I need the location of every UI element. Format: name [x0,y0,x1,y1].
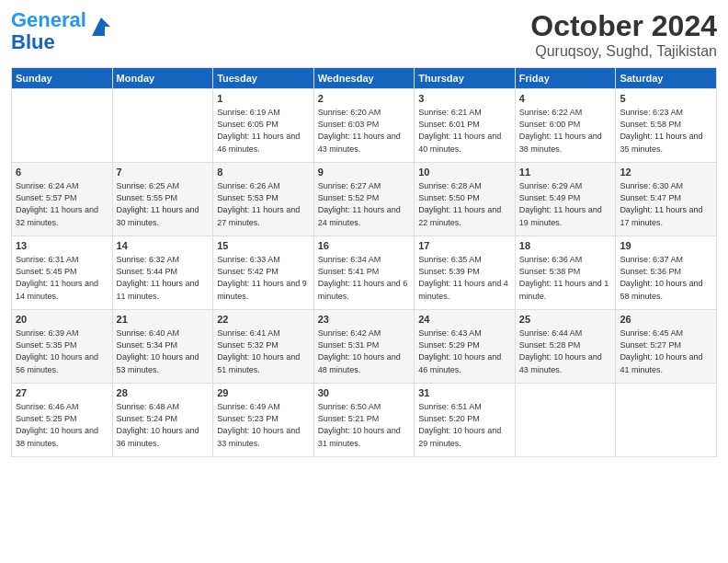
day-number: 21 [117,313,210,327]
day-info: Sunrise: 6:27 AM Sunset: 5:52 PM Dayligh… [318,180,411,228]
week-row-2: 6Sunrise: 6:24 AM Sunset: 5:57 PM Daylig… [12,163,717,236]
header: General Blue October 2024 Quruqsoy, Sugh… [11,9,717,60]
day-number: 8 [217,166,310,179]
calendar-cell: 21Sunrise: 6:40 AM Sunset: 5:34 PM Dayli… [112,310,213,384]
calendar-cell: 8Sunrise: 6:26 AM Sunset: 5:53 PM Daylig… [213,163,314,236]
calendar-cell: 3Sunrise: 6:21 AM Sunset: 6:01 PM Daylig… [415,89,516,163]
calendar-cell: 15Sunrise: 6:33 AM Sunset: 5:42 PM Dayli… [213,236,314,310]
day-header-friday: Friday [515,68,616,89]
day-number: 18 [519,239,612,253]
day-info: Sunrise: 6:24 AM Sunset: 5:57 PM Dayligh… [16,180,108,228]
day-number: 13 [16,239,108,253]
day-header-wednesday: Wednesday [313,68,415,89]
day-number: 22 [217,313,310,327]
day-info: Sunrise: 6:34 AM Sunset: 5:41 PM Dayligh… [318,254,411,302]
day-info: Sunrise: 6:31 AM Sunset: 5:45 PM Dayligh… [16,254,108,302]
day-number: 17 [418,239,511,253]
week-row-4: 20Sunrise: 6:39 AM Sunset: 5:35 PM Dayli… [12,310,717,384]
day-info: Sunrise: 6:26 AM Sunset: 5:53 PM Dayligh… [217,180,310,228]
week-row-1: 1Sunrise: 6:19 AM Sunset: 6:05 PM Daylig… [12,89,717,163]
day-header-monday: Monday [112,68,213,89]
location: Quruqsoy, Sughd, Tajikistan [530,43,717,60]
calendar-cell: 7Sunrise: 6:25 AM Sunset: 5:55 PM Daylig… [112,163,213,236]
day-info: Sunrise: 6:45 AM Sunset: 5:27 PM Dayligh… [620,327,712,375]
day-number: 9 [318,166,411,179]
calendar-cell: 26Sunrise: 6:45 AM Sunset: 5:27 PM Dayli… [616,310,717,384]
calendar-cell: 22Sunrise: 6:41 AM Sunset: 5:32 PM Dayli… [213,310,314,384]
calendar-cell: 27Sunrise: 6:46 AM Sunset: 5:25 PM Dayli… [12,384,113,457]
calendar-cell: 17Sunrise: 6:35 AM Sunset: 5:39 PM Dayli… [415,236,516,310]
day-info: Sunrise: 6:32 AM Sunset: 5:44 PM Dayligh… [117,254,210,302]
day-info: Sunrise: 6:42 AM Sunset: 5:31 PM Dayligh… [318,327,411,375]
day-number: 2 [318,92,411,106]
calendar-cell: 18Sunrise: 6:36 AM Sunset: 5:38 PM Dayli… [515,236,616,310]
calendar-cell: 4Sunrise: 6:22 AM Sunset: 6:00 PM Daylig… [515,89,616,163]
calendar-cell: 31Sunrise: 6:51 AM Sunset: 5:20 PM Dayli… [415,384,516,457]
day-number: 20 [16,313,108,327]
calendar-cell: 19Sunrise: 6:37 AM Sunset: 5:36 PM Dayli… [616,236,717,310]
day-number: 4 [519,92,612,106]
day-number: 25 [519,313,612,327]
day-number: 24 [418,313,511,327]
day-header-saturday: Saturday [616,68,717,89]
day-info: Sunrise: 6:49 AM Sunset: 5:23 PM Dayligh… [217,401,310,449]
calendar-cell: 20Sunrise: 6:39 AM Sunset: 5:35 PM Dayli… [12,310,113,384]
week-row-5: 27Sunrise: 6:46 AM Sunset: 5:25 PM Dayli… [12,384,717,457]
day-number: 31 [418,386,511,400]
day-info: Sunrise: 6:40 AM Sunset: 5:34 PM Dayligh… [117,327,210,375]
header-row: SundayMondayTuesdayWednesdayThursdayFrid… [12,68,717,89]
calendar-cell: 23Sunrise: 6:42 AM Sunset: 5:31 PM Dayli… [313,310,415,384]
calendar-cell: 13Sunrise: 6:31 AM Sunset: 5:45 PM Dayli… [12,236,113,310]
day-header-thursday: Thursday [415,68,516,89]
calendar-cell: 6Sunrise: 6:24 AM Sunset: 5:57 PM Daylig… [12,163,113,236]
calendar-cell [515,384,616,457]
day-info: Sunrise: 6:39 AM Sunset: 5:35 PM Dayligh… [16,327,108,375]
calendar-cell: 25Sunrise: 6:44 AM Sunset: 5:28 PM Dayli… [515,310,616,384]
day-number: 1 [217,92,310,106]
calendar-cell: 9Sunrise: 6:27 AM Sunset: 5:52 PM Daylig… [313,163,415,236]
day-number: 16 [318,239,411,253]
day-number: 10 [418,166,511,179]
day-info: Sunrise: 6:51 AM Sunset: 5:20 PM Dayligh… [418,401,511,449]
day-info: Sunrise: 6:46 AM Sunset: 5:25 PM Dayligh… [16,401,108,449]
calendar-cell: 29Sunrise: 6:49 AM Sunset: 5:23 PM Dayli… [213,384,314,457]
day-number: 15 [217,239,310,253]
calendar-cell: 12Sunrise: 6:30 AM Sunset: 5:47 PM Dayli… [616,163,717,236]
calendar-cell: 5Sunrise: 6:23 AM Sunset: 5:58 PM Daylig… [616,89,717,163]
calendar-cell: 2Sunrise: 6:20 AM Sunset: 6:03 PM Daylig… [313,89,415,163]
day-info: Sunrise: 6:21 AM Sunset: 6:01 PM Dayligh… [418,107,511,155]
day-info: Sunrise: 6:41 AM Sunset: 5:32 PM Dayligh… [217,327,310,375]
day-number: 5 [620,92,712,106]
svg-marker-0 [92,17,110,36]
day-info: Sunrise: 6:35 AM Sunset: 5:39 PM Dayligh… [418,254,511,302]
day-info: Sunrise: 6:43 AM Sunset: 5:29 PM Dayligh… [418,327,511,375]
calendar-cell: 16Sunrise: 6:34 AM Sunset: 5:41 PM Dayli… [313,236,415,310]
day-number: 7 [117,166,210,179]
calendar-cell [112,89,213,163]
day-info: Sunrise: 6:22 AM Sunset: 6:00 PM Dayligh… [519,107,612,155]
day-number: 30 [318,386,411,400]
day-info: Sunrise: 6:23 AM Sunset: 5:58 PM Dayligh… [620,107,712,155]
day-number: 23 [318,313,411,327]
day-info: Sunrise: 6:30 AM Sunset: 5:47 PM Dayligh… [620,180,712,228]
day-info: Sunrise: 6:33 AM Sunset: 5:42 PM Dayligh… [217,254,310,302]
calendar-cell: 14Sunrise: 6:32 AM Sunset: 5:44 PM Dayli… [112,236,213,310]
calendar-cell: 10Sunrise: 6:28 AM Sunset: 5:50 PM Dayli… [415,163,516,236]
logo-text: General Blue [11,9,86,53]
day-header-sunday: Sunday [12,68,113,89]
calendar-cell [616,384,717,457]
calendar-cell: 11Sunrise: 6:29 AM Sunset: 5:49 PM Dayli… [515,163,616,236]
day-number: 12 [620,166,712,179]
calendar-table: SundayMondayTuesdayWednesdayThursdayFrid… [11,67,717,457]
day-info: Sunrise: 6:20 AM Sunset: 6:03 PM Dayligh… [318,107,411,155]
calendar-cell: 24Sunrise: 6:43 AM Sunset: 5:29 PM Dayli… [415,310,516,384]
day-info: Sunrise: 6:19 AM Sunset: 6:05 PM Dayligh… [217,107,310,155]
main-container: General Blue October 2024 Quruqsoy, Sugh… [0,0,728,466]
day-header-tuesday: Tuesday [213,68,314,89]
day-info: Sunrise: 6:29 AM Sunset: 5:49 PM Dayligh… [519,180,612,228]
day-info: Sunrise: 6:50 AM Sunset: 5:21 PM Dayligh… [318,401,411,449]
day-info: Sunrise: 6:44 AM Sunset: 5:28 PM Dayligh… [519,327,612,375]
day-number: 11 [519,166,612,179]
calendar-cell: 30Sunrise: 6:50 AM Sunset: 5:21 PM Dayli… [313,384,415,457]
logo-blue: Blue [11,30,55,53]
